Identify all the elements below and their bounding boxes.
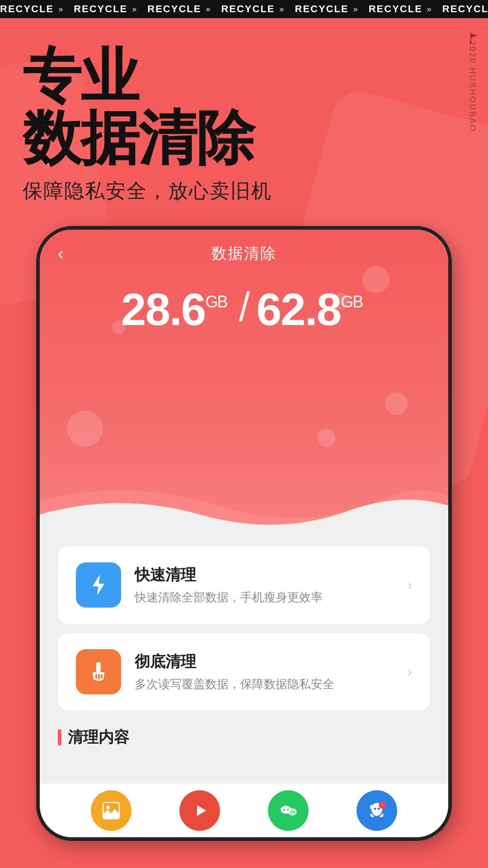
- svg-point-19: [370, 805, 373, 809]
- ticker-content: RECYCLE » RECYCLE » RECYCLE » RECYCLE » …: [0, 3, 488, 15]
- quick-clean-arrow: ›: [408, 577, 412, 593]
- deep-clean-arrow: ›: [408, 664, 412, 679]
- wave-container: [40, 474, 448, 537]
- deep-clean-icon: [76, 649, 121, 694]
- ticker-item: RECYCLE: [74, 3, 127, 15]
- svg-point-14: [293, 811, 295, 813]
- svg-point-17: [374, 807, 376, 810]
- deco-circle-3: [385, 392, 408, 415]
- svg-rect-4: [98, 674, 100, 679]
- svg-point-7: [106, 806, 110, 809]
- svg-marker-1: [93, 575, 104, 595]
- deco-circle-5: [67, 410, 103, 447]
- deco-circle-1: [362, 266, 389, 293]
- bottom-app-bar: ·: [40, 783, 448, 837]
- qq-app-icon[interactable]: ·: [357, 790, 397, 831]
- storage-used-unit: GB: [205, 294, 227, 310]
- ticker-item: RECYCLE: [369, 3, 422, 15]
- section-title-text: 清理内容: [68, 727, 129, 748]
- ticker-item: RECYCLE: [0, 3, 54, 15]
- back-button[interactable]: ‹: [58, 244, 64, 264]
- ticker-bar: RECYCLE » RECYCLE » RECYCLE » RECYCLE » …: [0, 0, 488, 18]
- storage-total-value: 62.8: [257, 287, 341, 332]
- phone-screen-bottom: 快速清理 快速清除全部数据，手机瘦身更效率 ›: [40, 546, 448, 766]
- svg-point-11: [283, 809, 285, 811]
- storage-display: 28.6 GB / 62.8 GB: [40, 287, 448, 332]
- ticker-item: RECYCLE: [147, 3, 201, 15]
- ticker-item: RECYCLE: [442, 3, 488, 15]
- deep-clean-desc: 多次读写覆盖数据，保障数据隐私安全: [135, 676, 394, 692]
- quick-clean-title: 快速清理: [135, 565, 394, 585]
- hero-title-line2: 数据清除: [23, 107, 272, 169]
- main-background: 2020 HUSHOUBAO 专业 数据清除 保障隐私安全，放心卖旧机 ‹: [0, 18, 488, 868]
- svg-point-18: [378, 807, 380, 810]
- storage-slash: /: [239, 287, 249, 327]
- deep-clean-card[interactable]: 彻底清理 多次读写覆盖数据，保障数据隐私安全 ›: [58, 633, 430, 711]
- side-brand-text: 2020 HUSHOUBAO: [468, 41, 477, 132]
- hero-title: 专业 数据清除: [23, 45, 272, 169]
- ticker-item: RECYCLE: [295, 3, 349, 15]
- video-app-icon[interactable]: [179, 790, 220, 831]
- deco-circle-4: [317, 429, 335, 447]
- quick-clean-icon: [76, 562, 121, 608]
- quick-clean-text: 快速清理 快速清除全部数据，手机瘦身更效率: [135, 565, 394, 605]
- hero-section: 专业 数据清除 保障隐私安全，放心卖旧机: [23, 45, 272, 204]
- svg-rect-3: [95, 674, 97, 679]
- svg-point-12: [287, 809, 289, 811]
- svg-rect-2: [96, 662, 101, 672]
- hero-title-line1: 专业: [23, 45, 272, 107]
- section-title: 清理内容: [58, 720, 430, 752]
- hero-subtitle: 保障隐私安全，放心卖旧机: [23, 178, 272, 204]
- deco-circle-6: [112, 320, 126, 334]
- phone-mockup: ‹ 数据清除 28.6 GB / 62.8 GB: [36, 226, 452, 841]
- phone-nav: ‹ 数据清除: [40, 230, 448, 269]
- svg-marker-8: [197, 805, 206, 816]
- svg-text:·: ·: [382, 803, 383, 808]
- section-title-bar: [58, 729, 61, 745]
- flag-icon: [469, 32, 480, 45]
- svg-rect-5: [101, 674, 103, 679]
- quick-clean-desc: 快速清除全部数据，手机瘦身更效率: [135, 589, 394, 605]
- deep-clean-text: 彻底清理 多次读写覆盖数据，保障数据隐私安全: [135, 651, 394, 692]
- phone-screen-top: ‹ 数据清除 28.6 GB / 62.8 GB: [40, 230, 448, 537]
- quick-clean-card[interactable]: 快速清理 快速清除全部数据，手机瘦身更效率 ›: [58, 546, 430, 624]
- storage-used-value: 28.6: [121, 287, 206, 332]
- svg-point-10: [288, 808, 297, 816]
- wechat-app-icon[interactable]: [268, 790, 309, 831]
- nav-title: 数据清除: [211, 243, 277, 264]
- gallery-app-icon[interactable]: [91, 790, 131, 831]
- deep-clean-title: 彻底清理: [135, 651, 394, 672]
- ticker-item: RECYCLE: [221, 3, 275, 15]
- deco-circle-2: [333, 293, 349, 309]
- svg-point-13: [290, 811, 292, 813]
